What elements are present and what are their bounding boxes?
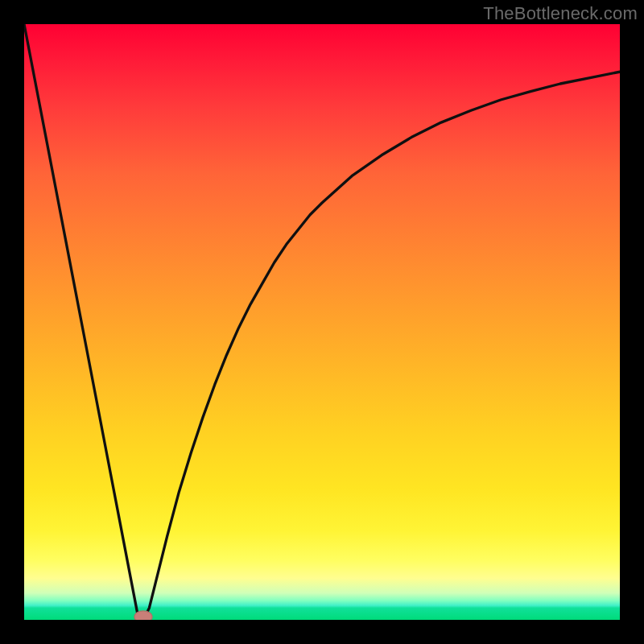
chart-frame: TheBottleneck.com [0, 0, 644, 644]
minimum-marker [134, 611, 152, 620]
plot-area [24, 24, 620, 620]
curve-layer [24, 24, 620, 620]
bottleneck-curve [24, 24, 620, 620]
watermark-text: TheBottleneck.com [483, 3, 638, 24]
